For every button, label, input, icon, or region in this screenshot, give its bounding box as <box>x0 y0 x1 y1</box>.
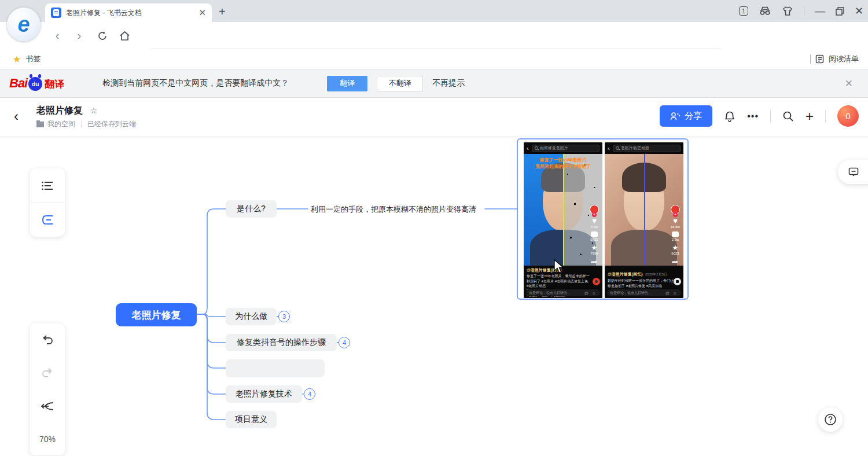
zoom-level-indicator[interactable]: 70% <box>30 422 65 455</box>
mindmap-node-tech[interactable]: 老照片修复技术 <box>226 385 302 403</box>
mindmap-node-why[interactable]: 为什么做 <box>226 308 277 325</box>
create-new-icon[interactable]: + <box>806 108 814 124</box>
divider <box>810 54 811 64</box>
outline-list-icon <box>42 181 53 190</box>
doc-favorite-star-icon[interactable]: ☆ <box>90 106 97 115</box>
uploader-avatar <box>590 205 599 214</box>
mouse-cursor <box>553 259 565 274</box>
like-icon: ♥ <box>673 217 678 225</box>
outline-view-button[interactable] <box>30 168 65 203</box>
comment-input-bar: 有爱评论，说点儿好听的~ @ ☺ <box>607 289 681 296</box>
bookmark-star-icon[interactable]: ★ <box>13 54 21 65</box>
comment-input-bar: 有爱评论，说点儿好听的~ @ ☺ <box>526 289 600 296</box>
forward-button[interactable]: › <box>72 29 87 42</box>
mindmap-node-empty[interactable] <box>226 359 325 377</box>
canvas-controls-panel: 70% <box>30 323 65 455</box>
douyin-action-rail: ♥ 4.4w 5822 ★ 7996 ➦ 5865 <box>588 205 601 266</box>
new-tab-button[interactable]: + <box>219 6 226 17</box>
mindmap-node-meaning[interactable]: 项目意义 <box>226 411 277 428</box>
tab-title: 老照片修复 - 飞书云文档 <box>66 8 194 18</box>
refresh-button[interactable] <box>97 31 108 41</box>
incognito-icon[interactable] <box>759 6 771 16</box>
browser-tab[interactable]: 老照片修复 - 飞书云文档 ✕ <box>45 3 212 22</box>
user-avatar[interactable]: 0 <box>837 105 859 127</box>
douyin-username: @老照片修复(回忆) <box>608 272 643 276</box>
baidu-paw-icon: du <box>28 77 42 91</box>
tab-close-icon[interactable]: ✕ <box>198 8 206 18</box>
no-translate-button[interactable]: 不翻译 <box>377 76 423 91</box>
share-icon: ➦ <box>672 258 679 266</box>
douyin-screenshot-left: ‹ 如何修复老照片 修复了一张69年老照片 竟然动起来的样子太惊艳了 <box>524 142 602 298</box>
comment-icon <box>591 231 598 237</box>
translate-prompt-text: 检测到当前网页不是中文网页，是否要翻译成中文？ <box>102 78 289 89</box>
baidu-translate-logo: Bai du 翻译 <box>9 76 64 91</box>
emoji-at-icons: @ ☺ <box>584 291 597 295</box>
doc-save-status: 已经保存到云端 <box>87 119 136 129</box>
window-minimize-button[interactable]: — <box>815 5 825 17</box>
douyin-search-bar: 如何修复老照片 <box>532 145 599 152</box>
favorite-icon: ★ <box>672 244 679 251</box>
mindmap-text-what-detail[interactable]: 利用一定的手段，把原本模糊不清的照片变得高清 <box>311 204 476 215</box>
view-switch-panel <box>30 168 65 237</box>
translate-bar-close-icon[interactable]: ✕ <box>845 78 853 90</box>
undo-button[interactable] <box>30 323 65 356</box>
search-icon[interactable] <box>782 111 794 122</box>
browser-tab-bar: e 老照片修复 - 飞书云文档 ✕ + 1 — ✕ <box>0 0 868 22</box>
translate-button[interactable]: 翻译 <box>327 76 367 91</box>
doc-header: ‹ 老照片修复 ☆ 我的空间 已经保存到云端 分享 ••• <box>0 98 868 136</box>
mindmap-view-button[interactable] <box>30 203 65 237</box>
divider <box>81 121 82 128</box>
music-disc-icon <box>674 278 681 285</box>
comments-panel-toggle[interactable] <box>838 160 868 184</box>
search-icon <box>535 146 538 150</box>
mindmap-canvas[interactable]: 70% 老照片修复 是什么? 利用一定的手段，把原本模糊不清的照片变得高清 为什… <box>0 136 868 456</box>
mindmap-root-node[interactable]: 老照片修复 <box>116 303 197 326</box>
collapse-branches-button[interactable] <box>30 389 65 422</box>
tab-count-icon[interactable]: 1 <box>739 6 748 16</box>
reading-list-label[interactable]: 阅读清单 <box>829 54 859 64</box>
douyin-back-icon: ‹ <box>608 145 610 152</box>
collapsed-count-badge[interactable]: 4 <box>304 388 315 400</box>
douyin-action-rail: ♥ 16.8w 2.9w ★ 6023 ➦ 878 <box>669 205 682 266</box>
window-restore-button[interactable] <box>836 7 844 16</box>
music-disc-icon <box>593 278 600 285</box>
mindmap-image-node[interactable]: ‹ 如何修复老照片 修复了一张69年老照片 竟然动起来的样子太惊艳了 <box>517 138 689 300</box>
share-people-icon <box>670 112 681 121</box>
douyin-back-icon: ‹ <box>527 145 529 152</box>
mindmap-connectors <box>0 137 868 456</box>
douyin-search-bar: 老照片动态相册 <box>613 145 681 152</box>
douyin-video-right: ♥ 16.8w 2.9w ★ 6023 ➦ 878 <box>605 154 683 266</box>
window-close-button[interactable]: ✕ <box>855 5 863 17</box>
mindmap-node-steps[interactable]: 修复类抖音号的操作步骤 <box>226 334 337 351</box>
collapsed-count-badge[interactable]: 4 <box>339 337 350 348</box>
divider <box>825 110 826 123</box>
notification-bell-icon[interactable] <box>724 110 735 122</box>
doc-space-breadcrumb[interactable]: 我的空间 <box>47 119 75 129</box>
browser-logo-icon[interactable]: e <box>7 8 41 41</box>
doc-title: 老照片修复 <box>36 105 83 117</box>
bookmarks-label[interactable]: 书签 <box>25 54 41 64</box>
mindmap-icon <box>41 215 54 225</box>
never-remind-button[interactable]: 不再提示 <box>432 78 465 89</box>
reading-list-icon[interactable] <box>815 54 824 64</box>
help-button[interactable] <box>818 407 843 432</box>
question-icon <box>824 413 837 426</box>
divider <box>804 6 804 16</box>
baidu-translate-bar: Bai du 翻译 检测到当前网页不是中文网页，是否要翻译成中文？ 翻译 不翻译… <box>0 69 868 98</box>
favorite-icon: ★ <box>591 244 598 251</box>
browser-toolbar: ‹ › ☆ 译 ▼ <box>0 22 868 49</box>
theme-skin-icon[interactable] <box>782 6 793 16</box>
comment-icon <box>672 231 679 237</box>
home-button[interactable] <box>119 31 130 41</box>
doc-back-button[interactable]: ‹ <box>14 108 19 124</box>
bookmarks-bar: ★ 书签 阅读清单 <box>0 49 868 69</box>
folder-icon <box>36 122 44 127</box>
share-button[interactable]: 分享 <box>660 105 712 127</box>
doc-more-menu-icon[interactable]: ••• <box>747 111 759 122</box>
collapsed-count-badge[interactable]: 3 <box>278 311 290 322</box>
douyin-caption-area: @老照片修复(回忆) 2020年2月5日 奶奶年轻时候唯一一张存世的照片，专门让… <box>605 266 683 298</box>
mindmap-node-what[interactable]: 是什么? <box>226 200 277 218</box>
share-icon: ➦ <box>591 258 598 266</box>
back-button[interactable]: ‹ <box>50 29 65 42</box>
redo-button[interactable] <box>30 356 65 389</box>
